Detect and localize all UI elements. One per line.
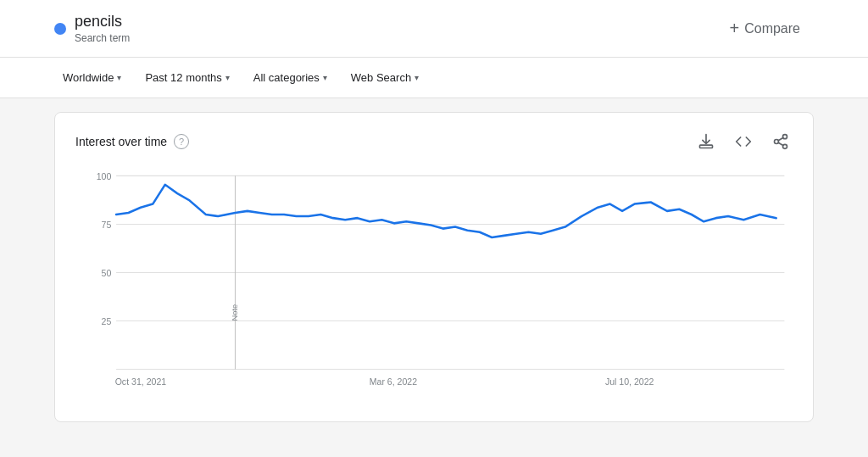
svg-text:25: 25 — [102, 315, 112, 326]
svg-text:100: 100 — [97, 170, 112, 181]
chart-title-block: Interest over time ? — [75, 134, 189, 149]
download-button[interactable] — [694, 130, 718, 153]
filter-type[interactable]: Web Search ▾ — [342, 66, 427, 89]
svg-rect-0 — [700, 145, 713, 148]
filter-bar: Worldwide ▾ Past 12 months ▾ All categor… — [0, 58, 868, 98]
filter-time[interactable]: Past 12 months ▾ — [136, 66, 237, 89]
page-wrapper: pencils Search term + Compare Worldwide … — [0, 0, 868, 457]
download-icon — [698, 133, 715, 150]
search-term-text: pencils Search term — [75, 13, 130, 45]
embed-button[interactable] — [732, 130, 755, 153]
filter-type-label: Web Search — [351, 71, 411, 84]
chevron-down-icon: ▾ — [117, 73, 121, 82]
search-term-label: Search term — [75, 32, 130, 44]
filter-category-label: All categories — [253, 71, 320, 84]
svg-line-5 — [778, 137, 783, 140]
main-content: Interest over time ? — [0, 98, 868, 436]
svg-text:Oct 31, 2021: Oct 31, 2021 — [115, 376, 166, 387]
svg-text:Jul 10, 2022: Jul 10, 2022 — [605, 376, 654, 387]
trend-line — [116, 185, 776, 237]
svg-text:Note: Note — [231, 304, 240, 321]
share-icon — [772, 133, 789, 150]
share-button[interactable] — [769, 130, 793, 153]
filter-category[interactable]: All categories ▾ — [245, 66, 336, 89]
search-header: pencils Search term + Compare — [0, 0, 868, 58]
svg-line-4 — [778, 142, 783, 145]
chart-actions — [694, 130, 793, 153]
svg-text:Mar 6, 2022: Mar 6, 2022 — [370, 376, 417, 387]
help-icon-label: ? — [179, 137, 184, 147]
chart-header: Interest over time ? — [75, 130, 793, 153]
search-term-dot — [54, 23, 66, 35]
filter-time-label: Past 12 months — [145, 71, 221, 84]
chart-card: Interest over time ? — [54, 112, 814, 422]
chevron-down-icon: ▾ — [225, 73, 230, 82]
filter-region-label: Worldwide — [63, 71, 114, 84]
chevron-down-icon: ▾ — [415, 73, 419, 82]
search-term-block: pencils Search term — [54, 13, 130, 45]
chart-area: 100 75 50 25 Note Oct 31, 2021 Mar 6, 20… — [75, 167, 793, 404]
search-term-name: pencils — [75, 13, 130, 31]
filter-region[interactable]: Worldwide ▾ — [54, 66, 130, 89]
svg-text:50: 50 — [102, 267, 112, 277]
compare-button[interactable]: + Compare — [716, 12, 815, 45]
chart-svg: 100 75 50 25 Note Oct 31, 2021 Mar 6, 20… — [75, 167, 793, 404]
compare-plus-icon: + — [730, 19, 740, 38]
embed-icon — [735, 133, 752, 150]
help-icon[interactable]: ? — [174, 134, 189, 149]
svg-text:75: 75 — [102, 219, 112, 229]
compare-button-label: Compare — [744, 21, 800, 36]
chevron-down-icon: ▾ — [323, 73, 327, 82]
chart-title: Interest over time — [75, 135, 167, 148]
